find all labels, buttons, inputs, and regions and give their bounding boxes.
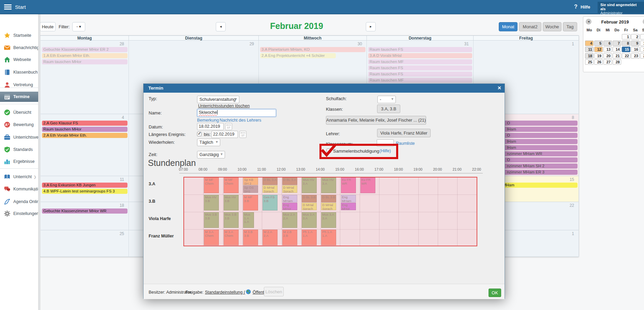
bis-input[interactable]: 22.02.2019 (211, 131, 238, 138)
typ-select[interactable]: Schulveranstaltung▼ (197, 96, 239, 103)
sidebar-item-benachrichtigu-[interactable]: Benachrichtigu... (0, 43, 38, 53)
minical-day-cell[interactable]: 26 (594, 59, 603, 65)
students-button[interactable]: Annamaria Felix, Melanie Felix, Josef Fi… (326, 116, 426, 125)
datum-input[interactable]: 18.02.2019 (197, 123, 224, 130)
day-cell[interactable]: 25 (41, 230, 129, 257)
sidebar-item-vertretung[interactable]: Vertretung (0, 80, 38, 90)
sidebar-item-kommunikation[interactable]: Kommunikation❯ (0, 184, 38, 194)
name-input[interactable]: Skiwoche (197, 109, 276, 117)
calendar-event[interactable]: 2.A Eng Projektunterricht +4 Schüler (260, 53, 336, 58)
view-button-monat2[interactable]: Monat2 (519, 22, 541, 31)
sidebar-item-startseite[interactable]: Startseite (0, 30, 38, 41)
zeit-select[interactable]: Ganztägig▼ (197, 151, 225, 158)
calendar-event[interactable]: 2.A Eth Vorabi MHor Eth. (42, 133, 128, 138)
minical-day-cell[interactable]: 25 (585, 59, 594, 65)
today-button[interactable]: Heute (40, 22, 56, 31)
sidebar-item-bewertung[interactable]: A⁺Bewertung (0, 120, 38, 130)
day-cell[interactable]: 42.A Geo Klausur FSRaum tauschen MHor2.A… (41, 114, 129, 176)
nachricht-link[interactable]: Nachricht des Lehrers (220, 118, 261, 123)
minical-day-cell[interactable]: 24 (640, 53, 644, 59)
day-cell[interactable]: 18Gebuchte Klassenzimmer MHor WR (41, 202, 129, 230)
minical-day-cell[interactable]: 23 (631, 53, 640, 59)
previous-month-button[interactable]: ◄ (216, 22, 226, 31)
sidebar-item-agenda-online[interactable]: Agenda Online (0, 197, 38, 207)
help-icon[interactable]: ? (574, 4, 578, 10)
sidebar-item-unterrichtsvert-[interactable]: Unterrichtsvert... (0, 132, 38, 142)
sidebar-item-webseite[interactable]: Webseite (0, 55, 38, 65)
minical-day-cell[interactable]: 2 (631, 34, 640, 40)
calendar-event[interactable]: 3.A Planetarium MHam, KO (260, 47, 365, 52)
calendar-event[interactable]: Gebuchte Klassenzimmer MHor WR (42, 208, 128, 214)
delete-lessons-link[interactable]: Unterrichtsstunden löschen (198, 104, 250, 108)
wiederholen-select[interactable]: Täglich▼ (197, 139, 220, 146)
calendar-event[interactable]: Raum tauschen MF (368, 78, 472, 83)
view-button-tag[interactable]: Tag (563, 22, 577, 31)
sidebar-item-standards[interactable]: Standards (0, 144, 38, 155)
minical-day-cell[interactable]: 6 (603, 41, 612, 46)
logged-in-user-box[interactable]: Sie sind angemeldet als Administrator (598, 2, 644, 13)
view-button-monat[interactable]: Monat (499, 22, 518, 31)
datum-calendar-icon[interactable]: 17 (225, 123, 232, 130)
minical-day-cell[interactable]: 17 (640, 47, 644, 52)
minical-day-cell[interactable]: 27 (603, 59, 612, 65)
minical-day-cell[interactable]: 18 (585, 53, 594, 59)
minical-day-cell[interactable]: 21 (613, 53, 621, 59)
calendar-event[interactable]: Raum tauschen FS (368, 65, 472, 71)
calendar-event[interactable]: 3.A D Vorabi MHal (368, 53, 472, 58)
dialog-header[interactable]: Termin ✕ (144, 84, 505, 93)
calendar-event[interactable]: 1.A Eth Examen MHor Eth. (42, 53, 128, 58)
sidebar-item-unterricht[interactable]: Unterricht❯ (0, 172, 38, 182)
minical-day-cell[interactable]: 22 (622, 53, 630, 59)
sidebar-item-ergebnisse[interactable]: Ergebnisse (0, 156, 38, 167)
minical-day-cell[interactable]: 16 (631, 47, 640, 52)
calendar-event[interactable]: Raum tauschen FS (368, 47, 472, 52)
sidebar-item-klassenbuch[interactable]: Klassenbuch (0, 67, 38, 77)
day-cell[interactable]: 28Gebuchte Klassenzimmer MHor ER 21.A Et… (41, 41, 129, 114)
close-icon[interactable]: ✕ (497, 85, 501, 91)
filter-dropdown[interactable]: - ▾ (72, 22, 85, 31)
sidebar-item-label: Bewertung (13, 122, 34, 127)
minical-day-cell[interactable]: 7 (613, 41, 621, 46)
sidebar-item-einstellungen[interactable]: Einstellungen (0, 208, 38, 219)
help-link[interactable]: Hilfe (581, 4, 590, 10)
minical-day-cell[interactable]: 28 (613, 59, 621, 65)
calendar-event[interactable]: Raum tauschen FS (368, 72, 472, 77)
minical-day-cell[interactable]: 1 (622, 34, 630, 40)
klassen-button[interactable]: 3.A, 3.B (377, 105, 400, 113)
schulfach-select[interactable]: -▼ (377, 96, 396, 103)
bis-checkbox[interactable] (197, 132, 201, 136)
minical-day-cell[interactable]: 9 (631, 41, 640, 46)
day-cell[interactable]: 113.A Eng Exkursion KB Jungen4.B WPF-Lat… (41, 176, 129, 202)
minical-day-cell[interactable]: 10 (640, 41, 644, 46)
loeschen-button[interactable]: Löschen (264, 287, 284, 296)
minical-day-cell[interactable]: 13 (603, 47, 612, 52)
calendar-event[interactable]: 2.A Geo Klausur FS (42, 121, 128, 126)
lehrer-button[interactable]: Viola Harfe, Franz Müller (377, 129, 431, 137)
minical-day-cell[interactable]: 12 (594, 47, 603, 52)
calendar-event[interactable]: Raum tauschen MHor (42, 59, 128, 64)
minical-day-cell[interactable]: 11 (585, 47, 594, 52)
calendar-event[interactable]: 3.A Eng Exkursion KB Jungen (42, 183, 128, 188)
minical-day-cell[interactable]: 19 (594, 53, 603, 59)
freigabe-setting-link[interactable]: Standardeinstellung ( (205, 290, 245, 295)
menu-icon[interactable] (4, 4, 12, 10)
minical-day-cell[interactable]: 8 (622, 41, 630, 46)
calendar-event[interactable]: 4.B WPF-Latein test seminargroups FS 3 (42, 189, 128, 194)
sidebar-item-übersicht[interactable]: Übersicht (0, 107, 38, 118)
bemerkung-link[interactable]: Bemerkung (197, 118, 219, 123)
minical-day-cell[interactable]: 14 (613, 47, 621, 52)
sidebar-item-termine[interactable]: Termine (0, 92, 38, 102)
view-button-woche[interactable]: Woche (543, 22, 561, 31)
calendar-event[interactable]: Raum tauschen MHor (42, 127, 128, 132)
minical-day-cell[interactable]: 20 (603, 53, 612, 59)
bis-calendar-icon[interactable]: 17 (239, 131, 246, 138)
raumliste-link[interactable]: Raumliste (396, 141, 415, 146)
next-month-button[interactable]: ► (366, 22, 376, 31)
calendar-event[interactable]: Raum tauschen MF (368, 59, 472, 64)
minical-day-cell[interactable]: 4 (585, 41, 594, 46)
calendar-event[interactable]: Gebuchte Klassenzimmer MHor ER 2 (42, 47, 128, 52)
minical-day-cell[interactable]: 15 (622, 47, 630, 52)
ok-button[interactable]: OK (489, 289, 501, 297)
minical-day-cell[interactable]: 3 (640, 34, 644, 40)
minical-day-cell[interactable]: 5 (594, 41, 603, 46)
